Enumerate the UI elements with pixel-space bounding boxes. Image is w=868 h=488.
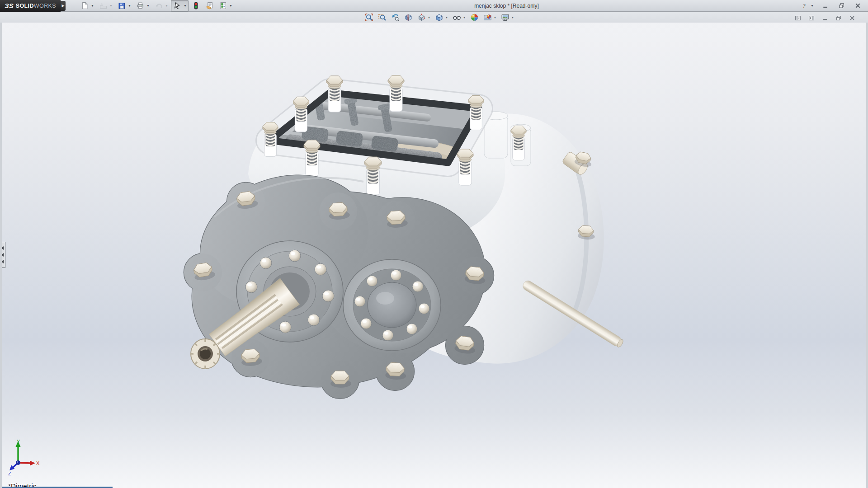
new-icon [81, 2, 89, 9]
ds-logo-mark: ЗS [5, 2, 14, 9]
select-button[interactable] [172, 1, 183, 11]
hide-show-items-dropdown-arrow-icon[interactable]: ▼ [462, 13, 467, 22]
pane-toggle-left-button[interactable] [793, 14, 803, 23]
print-button[interactable] [135, 1, 146, 11]
open-icon [99, 2, 107, 9]
view-settings-button[interactable] [500, 13, 510, 22]
display-style-dropdown-arrow-icon[interactable]: ▼ [444, 13, 449, 22]
help-dropdown-arrow-icon[interactable]: ▼ [810, 1, 815, 10]
triad-y-label: Y [17, 439, 20, 444]
new-document-dropdown-arrow-icon[interactable]: ▼ [90, 1, 95, 10]
menu-flyout-arrow-icon[interactable]: ▶ [61, 1, 66, 11]
minimize-app-group [818, 0, 832, 12]
undo-dropdown-arrow-icon: ▼ [164, 1, 169, 10]
select-icon [174, 2, 181, 9]
hide-show-items-group: ▼ [450, 12, 467, 23]
help-group: ▼ [797, 0, 816, 12]
hide-show-items-button[interactable] [451, 13, 462, 22]
featuremanager-collapsed-tab[interactable] [2, 242, 5, 268]
vieworient-icon [417, 13, 426, 22]
close-icon [849, 15, 855, 21]
collapse-arrow-icon [2, 246, 4, 250]
appearance-icon [470, 13, 479, 22]
solidworks-logo: ЗS SOLID WORKS [0, 0, 61, 12]
graphics-area[interactable]: Y X Z *Dimetric [0, 23, 868, 488]
gearbox-3d-model[interactable] [2, 23, 866, 488]
window-controls: ▼ [797, 0, 868, 12]
save-dropdown-arrow-icon[interactable]: ▼ [127, 1, 132, 10]
document-window-controls [792, 13, 858, 23]
zoom-to-fit-group [363, 12, 375, 23]
minimize-document-button[interactable] [820, 14, 830, 23]
print-dropdown-arrow-icon[interactable]: ▼ [146, 1, 151, 10]
close-document-button[interactable] [847, 14, 857, 23]
paneleft-icon [795, 15, 801, 21]
display-style-button[interactable] [434, 13, 444, 22]
save-button[interactable] [116, 1, 127, 11]
file-properties-button[interactable] [204, 1, 215, 11]
open-document-group: ▼ [97, 0, 114, 12]
logo-text-works: WORKS [34, 3, 56, 9]
pane-toggle-right-button[interactable] [807, 14, 816, 23]
input-shaft-end[interactable] [190, 339, 220, 369]
restore-app-button[interactable] [835, 1, 847, 11]
help-button[interactable] [798, 1, 810, 11]
restore-document-group [833, 13, 844, 23]
undo-button [153, 1, 164, 11]
triad-x-label: X [36, 460, 40, 466]
section-view-group [402, 12, 415, 23]
select-group: ▼ [171, 0, 189, 12]
apply-scene-group: ▼ [481, 12, 498, 23]
select-dropdown-arrow-icon[interactable]: ▼ [183, 1, 188, 10]
restore-document-button[interactable] [834, 14, 844, 23]
paneright-icon [808, 15, 815, 21]
zoom-to-fit-button[interactable] [363, 13, 374, 22]
options-button[interactable] [217, 1, 228, 11]
previous-view-group [389, 12, 401, 23]
minimize-app-button[interactable] [819, 1, 831, 11]
pane-toggle-right-group [806, 13, 817, 23]
document-bar: ▼▼▼▼▼ [0, 12, 868, 23]
close-app-group [851, 0, 864, 12]
min-icon [822, 15, 828, 21]
restore-app-group [835, 0, 848, 12]
open-document-button [98, 1, 108, 11]
triad-z-label: Z [8, 471, 11, 476]
min-icon [822, 2, 829, 9]
previous-view-button[interactable] [390, 13, 401, 22]
view-orientation-button[interactable] [416, 13, 427, 22]
save-icon [118, 2, 126, 9]
save-group: ▼ [115, 0, 133, 12]
main-toolbar: ▼▼▼▼▼▼▼ [78, 0, 234, 12]
view-orientation-dropdown-arrow-icon[interactable]: ▼ [427, 13, 431, 22]
zoomarea-icon [378, 13, 387, 22]
rebuild-group [189, 0, 202, 12]
edit-appearance-button[interactable] [469, 13, 480, 22]
orientation-triad[interactable]: Y X Z [7, 437, 42, 476]
zoom-to-area-button[interactable] [377, 13, 387, 22]
collapse-arrow-icon [2, 253, 4, 257]
view-orientation-group: ▼ [415, 12, 432, 23]
print-group: ▼ [134, 0, 151, 12]
apply-scene-button[interactable] [482, 13, 493, 22]
pane-toggle-left-group [792, 13, 804, 23]
rebuild-icon [192, 2, 200, 9]
new-document-button[interactable] [79, 1, 90, 11]
close-app-button[interactable] [852, 1, 863, 11]
section-view-button[interactable] [403, 13, 414, 22]
print-icon [137, 2, 144, 9]
logo-text-solid: SOLID [16, 3, 34, 9]
apply-scene-dropdown-arrow-icon[interactable]: ▼ [493, 13, 497, 22]
document-title: menjac sklop * [Read-only] [234, 3, 797, 9]
hideshow-icon [453, 13, 461, 22]
options-dropdown-arrow-icon[interactable]: ▼ [228, 1, 233, 10]
scene-icon [483, 13, 492, 22]
view-settings-dropdown-arrow-icon[interactable]: ▼ [510, 13, 515, 22]
displaystyle-icon [435, 13, 443, 22]
zoomfit-icon [365, 13, 373, 22]
collapse-arrow-icon [2, 260, 4, 263]
section-icon [404, 13, 413, 22]
output-bearing-boss[interactable] [343, 259, 441, 351]
file-properties-group [203, 0, 216, 12]
rebuild-button[interactable] [190, 1, 201, 11]
